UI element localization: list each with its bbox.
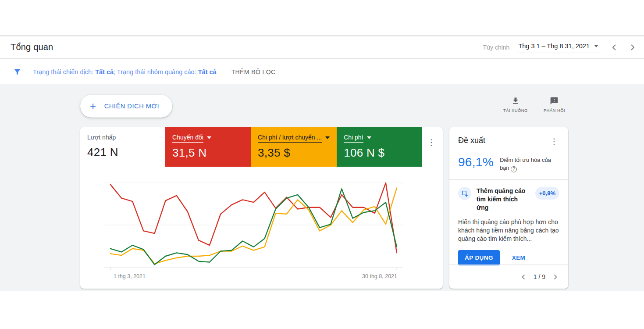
filter-value-2: Tất cả	[198, 68, 217, 75]
optimization-score: 96,1%	[458, 155, 494, 169]
chevron-down-icon	[207, 136, 211, 139]
date-range-value: Thg 3 1 – Thg 8 31, 2021	[518, 43, 590, 50]
feedback-icon	[550, 97, 559, 105]
page-title: Tổng quan	[11, 42, 53, 52]
optimization-score-label: Điểm tối ưu hóa của bạn ?	[500, 155, 559, 172]
filter-label-1: Trạng thái chiến dịch:	[33, 68, 95, 75]
metric-value: 31,5 N	[172, 146, 244, 160]
recommendations-title: Đề xuất	[458, 136, 485, 145]
download-button[interactable]: TẢI XUỐNG	[503, 97, 528, 113]
plus-icon: +	[90, 101, 96, 111]
filter-label-2: Trạng thái nhóm quảng cáo:	[117, 68, 198, 75]
metric-value: 3,35 $	[258, 146, 330, 160]
metric-tile-cost[interactable]: Chi phí 106 N $	[337, 127, 422, 167]
filter-bar: Trạng thái chiến dịch: Tất cả; Trạng thá…	[0, 59, 644, 84]
metric-tile-conversions[interactable]: Chuyển đổi 31,5 N	[165, 127, 251, 167]
performance-line-chart[interactable]: 1 thg 3, 2021 30 thg 8, 2021	[80, 167, 443, 289]
date-next-button[interactable]	[627, 42, 638, 53]
download-icon	[511, 97, 520, 105]
recommendation-title: Thêm quảng cáo tìm kiếm thích ứng	[477, 187, 530, 212]
campaign-status-filter[interactable]: Trạng thái chiến dịch: Tất cả; Trạng thá…	[33, 68, 217, 75]
filter-value-1: Tất cả	[95, 68, 114, 75]
filter-separator: ;	[114, 68, 117, 75]
metric-value: 106 N $	[344, 146, 415, 160]
chart-card-menu-button[interactable]: ⋮	[426, 137, 437, 147]
responsive-search-ad-icon	[458, 187, 471, 200]
feedback-label: PHẢN HỒI	[544, 108, 565, 113]
date-preset-label[interactable]: Tùy chỉnh	[483, 44, 510, 51]
metric-value: 421 N	[87, 146, 158, 159]
recommendation-description: Hiển thị quảng cáo phù hợp hơn cho khách…	[458, 218, 559, 243]
divider	[449, 179, 568, 180]
new-campaign-label: CHIẾN DỊCH MỚI	[104, 103, 160, 110]
recommendations-pagination: 1 / 9	[449, 265, 568, 289]
date-prev-button[interactable]	[609, 42, 619, 53]
pagination-prev-button[interactable]	[519, 272, 528, 282]
x-axis-end-label: 30 thg 8, 2021	[362, 273, 397, 279]
metric-tiles: Lượt nhấp 421 N Chuyển đổi 31,5 N Chi ph…	[80, 127, 443, 167]
metric-label: Chi phí	[344, 134, 363, 143]
chevron-left-icon	[612, 44, 617, 50]
metric-tile-cost-per-conversion[interactable]: Chi phí / lượt chuyển ... 3,35 $	[251, 127, 337, 167]
new-campaign-button[interactable]: + CHIẾN DỊCH MỚI	[80, 95, 172, 118]
add-filter-button[interactable]: THÊM BỘ LỌC	[231, 68, 276, 75]
download-label: TẢI XUỐNG	[503, 108, 528, 113]
apply-button[interactable]: ÁP DỤNG	[458, 250, 500, 265]
chevron-down-icon	[325, 136, 330, 139]
page-count: 1 / 9	[534, 273, 545, 280]
filter-icon	[13, 68, 21, 76]
recommendation-item: Thêm quảng cáo tìm kiếm thích ứng +0,9% …	[458, 187, 559, 265]
date-range-picker[interactable]: Thg 3 1 – Thg 8 31, 2021	[517, 42, 601, 53]
recommendations-card: Đề xuất ⋮ 96,1% Điểm tối ưu hóa của bạn …	[449, 127, 568, 289]
google-ads-overview-page: Tổng quan Tùy chỉnh Thg 3 1 – Thg 8 31, …	[0, 0, 644, 329]
uplift-badge: +0,9%	[535, 187, 559, 200]
card-actions: TẢI XUỐNG PHẢN HỒI	[503, 97, 565, 113]
x-axis-start-label: 1 thg 3, 2021	[114, 273, 146, 279]
chevron-right-icon	[630, 44, 635, 50]
pagination-next-button[interactable]	[551, 272, 560, 282]
metric-label: Chi phí / lượt chuyển ...	[258, 134, 322, 143]
view-button[interactable]: XEM	[512, 254, 525, 261]
page-header: Tổng quan Tùy chỉnh Thg 3 1 – Thg 8 31, …	[0, 36, 644, 59]
chevron-right-icon	[553, 274, 558, 280]
overview-chart-card: Lượt nhấp 421 N Chuyển đổi 31,5 N Chi ph…	[80, 127, 443, 289]
date-range-area: Tùy chỉnh Thg 3 1 – Thg 8 31, 2021	[483, 42, 638, 53]
metric-label: Lượt nhấp	[87, 134, 116, 142]
feedback-button[interactable]: PHẢN HỒI	[544, 97, 565, 113]
top-whitespace	[0, 0, 644, 36]
content-area: + CHIẾN DỊCH MỚI TẢI XUỐNG PHẢN HỒI Lượt…	[0, 84, 644, 291]
help-icon[interactable]: ?	[511, 166, 517, 172]
recommendations-menu-button[interactable]: ⋮	[549, 136, 559, 147]
chevron-down-icon	[367, 136, 371, 139]
metric-tile-clicks[interactable]: Lượt nhấp 421 N	[80, 127, 165, 167]
metric-label: Chuyển đổi	[172, 134, 203, 143]
chevron-left-icon	[521, 274, 526, 280]
line-chart-canvas	[80, 167, 443, 289]
chevron-down-icon	[594, 45, 598, 47]
